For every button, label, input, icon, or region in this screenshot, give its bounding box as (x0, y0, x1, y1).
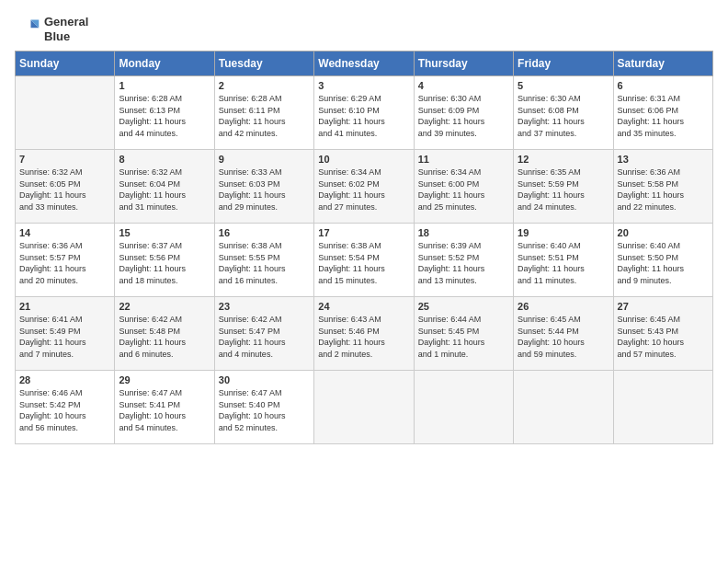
day-number: 3 (318, 80, 409, 91)
cell-content: Sunrise: 6:39 AM Sunset: 5:52 PM Dayligh… (418, 240, 509, 286)
calendar-cell (613, 371, 712, 444)
day-number: 21 (19, 301, 110, 312)
calendar-table: SundayMondayTuesdayWednesdayThursdayFrid… (15, 51, 713, 444)
calendar-cell: 18Sunrise: 6:39 AM Sunset: 5:52 PM Dayli… (414, 224, 513, 297)
cell-content: Sunrise: 6:34 AM Sunset: 6:00 PM Dayligh… (418, 167, 509, 213)
cell-content: Sunrise: 6:38 AM Sunset: 5:54 PM Dayligh… (318, 240, 409, 286)
cell-content: Sunrise: 6:47 AM Sunset: 5:40 PM Dayligh… (219, 387, 310, 433)
calendar-cell: 6Sunrise: 6:31 AM Sunset: 6:06 PM Daylig… (613, 76, 712, 150)
calendar-cell: 16Sunrise: 6:38 AM Sunset: 5:55 PM Dayli… (214, 224, 313, 297)
cell-content: Sunrise: 6:28 AM Sunset: 6:11 PM Dayligh… (219, 93, 310, 139)
calendar-cell: 26Sunrise: 6:45 AM Sunset: 5:44 PM Dayli… (514, 297, 613, 371)
day-number: 4 (418, 80, 509, 91)
calendar-cell: 14Sunrise: 6:36 AM Sunset: 5:57 PM Dayli… (16, 224, 115, 297)
cell-content: Sunrise: 6:30 AM Sunset: 6:09 PM Dayligh… (418, 93, 509, 139)
calendar-cell: 7Sunrise: 6:32 AM Sunset: 6:05 PM Daylig… (16, 150, 115, 224)
calendar-cell: 24Sunrise: 6:43 AM Sunset: 5:46 PM Dayli… (314, 297, 414, 371)
header-cell-thursday: Thursday (414, 52, 513, 76)
week-row-2: 7Sunrise: 6:32 AM Sunset: 6:05 PM Daylig… (16, 150, 713, 224)
cell-content: Sunrise: 6:33 AM Sunset: 6:03 PM Dayligh… (219, 167, 310, 213)
calendar-cell (414, 371, 513, 444)
cell-content: Sunrise: 6:46 AM Sunset: 5:42 PM Dayligh… (19, 387, 110, 433)
week-row-3: 14Sunrise: 6:36 AM Sunset: 5:57 PM Dayli… (16, 224, 713, 297)
cell-content: Sunrise: 6:45 AM Sunset: 5:44 PM Dayligh… (518, 314, 609, 360)
header-cell-friday: Friday (514, 52, 613, 76)
calendar-cell: 1Sunrise: 6:28 AM Sunset: 6:13 PM Daylig… (115, 76, 214, 150)
day-number: 12 (518, 154, 609, 165)
cell-content: Sunrise: 6:32 AM Sunset: 6:05 PM Dayligh… (19, 167, 110, 213)
day-number: 16 (219, 227, 310, 238)
calendar-cell: 9Sunrise: 6:33 AM Sunset: 6:03 PM Daylig… (214, 150, 313, 224)
calendar-cell: 3Sunrise: 6:29 AM Sunset: 6:10 PM Daylig… (314, 76, 414, 150)
cell-content: Sunrise: 6:31 AM Sunset: 6:06 PM Dayligh… (618, 93, 709, 139)
calendar-cell: 15Sunrise: 6:37 AM Sunset: 5:56 PM Dayli… (115, 224, 214, 297)
logo: General Blue (15, 15, 88, 43)
cell-content: Sunrise: 6:43 AM Sunset: 5:46 PM Dayligh… (318, 314, 409, 360)
calendar-cell: 12Sunrise: 6:35 AM Sunset: 5:59 PM Dayli… (514, 150, 613, 224)
day-number: 18 (418, 227, 509, 238)
day-number: 28 (19, 374, 110, 385)
header-cell-tuesday: Tuesday (214, 52, 313, 76)
calendar-cell: 17Sunrise: 6:38 AM Sunset: 5:54 PM Dayli… (314, 224, 414, 297)
day-number: 19 (518, 227, 609, 238)
calendar-cell (514, 371, 613, 444)
day-number: 20 (618, 227, 709, 238)
calendar-cell: 19Sunrise: 6:40 AM Sunset: 5:51 PM Dayli… (514, 224, 613, 297)
header-row: SundayMondayTuesdayWednesdayThursdayFrid… (16, 52, 713, 76)
day-number: 1 (119, 80, 210, 91)
calendar-cell: 30Sunrise: 6:47 AM Sunset: 5:40 PM Dayli… (214, 371, 313, 444)
cell-content: Sunrise: 6:40 AM Sunset: 5:50 PM Dayligh… (618, 240, 709, 286)
calendar-cell (314, 371, 414, 444)
calendar-cell: 28Sunrise: 6:46 AM Sunset: 5:42 PM Dayli… (16, 371, 115, 444)
cell-content: Sunrise: 6:42 AM Sunset: 5:48 PM Dayligh… (119, 314, 210, 360)
calendar-cell: 23Sunrise: 6:42 AM Sunset: 5:47 PM Dayli… (214, 297, 313, 371)
day-number: 6 (618, 80, 709, 91)
calendar-cell (16, 76, 115, 150)
calendar-cell: 20Sunrise: 6:40 AM Sunset: 5:50 PM Dayli… (613, 224, 712, 297)
day-number: 23 (219, 301, 310, 312)
day-number: 13 (618, 154, 709, 165)
cell-content: Sunrise: 6:42 AM Sunset: 5:47 PM Dayligh… (219, 314, 310, 360)
logo-icon (15, 17, 40, 42)
header-cell-saturday: Saturday (613, 52, 712, 76)
calendar-cell: 21Sunrise: 6:41 AM Sunset: 5:49 PM Dayli… (16, 297, 115, 371)
calendar-cell: 22Sunrise: 6:42 AM Sunset: 5:48 PM Dayli… (115, 297, 214, 371)
cell-content: Sunrise: 6:32 AM Sunset: 6:04 PM Dayligh… (119, 167, 210, 213)
day-number: 22 (119, 301, 210, 312)
calendar-cell: 5Sunrise: 6:30 AM Sunset: 6:08 PM Daylig… (514, 76, 613, 150)
day-number: 17 (318, 227, 409, 238)
cell-content: Sunrise: 6:38 AM Sunset: 5:55 PM Dayligh… (219, 240, 310, 286)
day-number: 15 (119, 227, 210, 238)
day-number: 25 (418, 301, 509, 312)
calendar-cell: 8Sunrise: 6:32 AM Sunset: 6:04 PM Daylig… (115, 150, 214, 224)
calendar-cell: 13Sunrise: 6:36 AM Sunset: 5:58 PM Dayli… (613, 150, 712, 224)
calendar-cell: 11Sunrise: 6:34 AM Sunset: 6:00 PM Dayli… (414, 150, 513, 224)
week-row-1: 1Sunrise: 6:28 AM Sunset: 6:13 PM Daylig… (16, 76, 713, 150)
day-number: 30 (219, 374, 310, 385)
cell-content: Sunrise: 6:45 AM Sunset: 5:43 PM Dayligh… (618, 314, 709, 360)
day-number: 14 (19, 227, 110, 238)
cell-content: Sunrise: 6:35 AM Sunset: 5:59 PM Dayligh… (518, 167, 609, 213)
day-number: 5 (518, 80, 609, 91)
header-cell-monday: Monday (115, 52, 214, 76)
calendar-cell: 10Sunrise: 6:34 AM Sunset: 6:02 PM Dayli… (314, 150, 414, 224)
day-number: 8 (119, 154, 210, 165)
cell-content: Sunrise: 6:41 AM Sunset: 5:49 PM Dayligh… (19, 314, 110, 360)
day-number: 24 (318, 301, 409, 312)
day-number: 26 (518, 301, 609, 312)
week-row-4: 21Sunrise: 6:41 AM Sunset: 5:49 PM Dayli… (16, 297, 713, 371)
cell-content: Sunrise: 6:29 AM Sunset: 6:10 PM Dayligh… (318, 93, 409, 139)
calendar-cell: 4Sunrise: 6:30 AM Sunset: 6:09 PM Daylig… (414, 76, 513, 150)
cell-content: Sunrise: 6:34 AM Sunset: 6:02 PM Dayligh… (318, 167, 409, 213)
cell-content: Sunrise: 6:36 AM Sunset: 5:58 PM Dayligh… (618, 167, 709, 213)
day-number: 7 (19, 154, 110, 165)
page-header: General Blue (15, 15, 713, 43)
day-number: 29 (119, 374, 210, 385)
calendar-cell: 29Sunrise: 6:47 AM Sunset: 5:41 PM Dayli… (115, 371, 214, 444)
cell-content: Sunrise: 6:36 AM Sunset: 5:57 PM Dayligh… (19, 240, 110, 286)
day-number: 2 (219, 80, 310, 91)
cell-content: Sunrise: 6:44 AM Sunset: 5:45 PM Dayligh… (418, 314, 509, 360)
day-number: 10 (318, 154, 409, 165)
calendar-cell: 25Sunrise: 6:44 AM Sunset: 5:45 PM Dayli… (414, 297, 513, 371)
week-row-5: 28Sunrise: 6:46 AM Sunset: 5:42 PM Dayli… (16, 371, 713, 444)
